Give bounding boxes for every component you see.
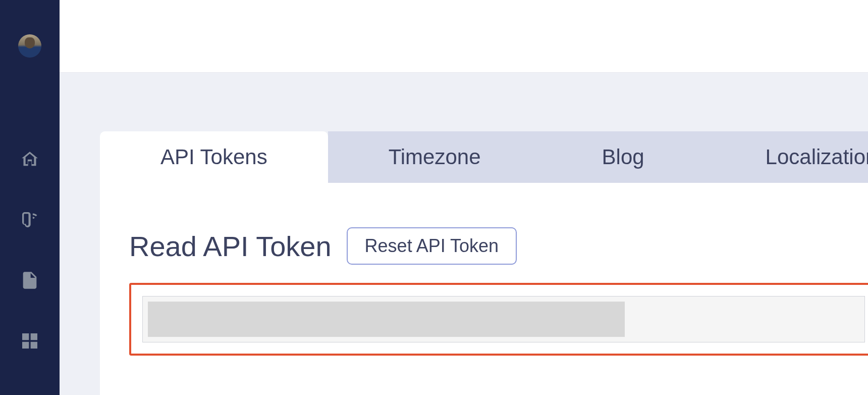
topbar (60, 0, 868, 73)
blog-icon (20, 210, 40, 232)
tab-label: Blog (602, 145, 644, 169)
tabs: API Tokens Timezone Blog Localization (100, 131, 868, 183)
token-field[interactable] (142, 296, 865, 342)
file-icon (20, 270, 40, 292)
token-value-placeholder (148, 302, 625, 337)
main: API Tokens Timezone Blog Localization Re… (60, 0, 868, 395)
panel-api-tokens: Read API Token Reset API Token (100, 183, 868, 395)
tab-label: API Tokens (160, 145, 267, 169)
content-area: API Tokens Timezone Blog Localization Re… (60, 73, 868, 395)
home-icon (20, 149, 40, 171)
heading-row: Read API Token Reset API Token (129, 227, 868, 265)
sidebar (0, 0, 60, 395)
tab-localization[interactable]: Localization (705, 131, 868, 183)
tab-timezone[interactable]: Timezone (328, 131, 541, 183)
page-title: Read API Token (129, 230, 332, 263)
tab-label: Localization (766, 145, 868, 169)
sidebar-item-blog[interactable] (18, 209, 41, 232)
reset-api-token-button[interactable]: Reset API Token (347, 227, 517, 265)
tab-blog[interactable]: Blog (541, 131, 705, 183)
sidebar-item-grid[interactable] (18, 330, 41, 354)
tab-api-tokens[interactable]: API Tokens (100, 131, 328, 183)
sidebar-item-file[interactable] (18, 270, 41, 293)
token-highlight-box (129, 283, 868, 356)
avatar[interactable] (18, 34, 41, 58)
tab-label: Timezone (389, 145, 481, 169)
sidebar-item-home[interactable] (18, 149, 41, 172)
grid-icon (20, 331, 40, 353)
